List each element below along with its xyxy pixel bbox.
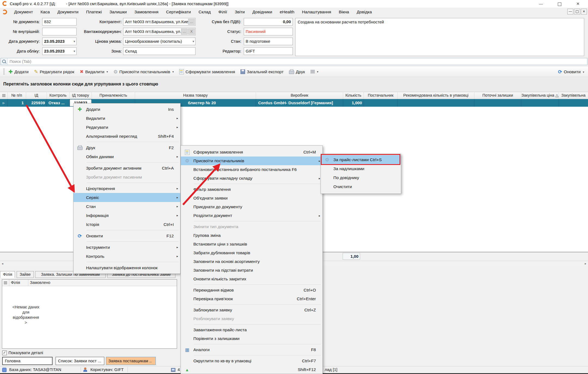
menu-item-make-active[interactable]: Зробити документ активнимCtrl+A: [74, 164, 180, 173]
search-input[interactable]: Поиск (Tab): [1, 58, 587, 65]
cell-num[interactable]: 1: [8, 99, 26, 107]
column-header-control[interactable]: Контроль: [47, 92, 69, 99]
cell-supplier[interactable]: [364, 99, 398, 107]
scroll-left-icon[interactable]: ◂: [0, 261, 5, 266]
group-by-panel[interactable]: Перетягніть заголовок колонки сюди для у…: [0, 77, 588, 92]
cell-control[interactable]: Отказ ...: [47, 99, 69, 107]
menu-item-alt-view[interactable]: Альтернативний переглядShift+F4: [74, 132, 180, 141]
menu-item-istoriia[interactable]: ІсторіяCtrl+I: [74, 220, 180, 229]
submenu-item-form-warehouse-invoice[interactable]: Сформувати накладну складу▸: [181, 174, 322, 183]
sum-input[interactable]: 0,00: [244, 18, 293, 26]
submenu-item-fill-by-assortment[interactable]: Заповнити на основі асортименту: [181, 257, 322, 266]
refresh-button[interactable]: ⟳Оновити▾: [558, 67, 584, 77]
column-header-product-id[interactable]: ІД товару: [69, 92, 92, 99]
delete-button[interactable]: ✖Видалити▾: [80, 69, 108, 74]
menu-zalyshky[interactable]: Залишки: [106, 10, 131, 14]
submenu-item-by-directory[interactable]: По довіднику: [321, 173, 401, 182]
doc-number-input[interactable]: 832: [42, 18, 77, 26]
menu-item-servis[interactable]: Сервіс▸: [74, 193, 180, 202]
submenu-item-load-pricelist[interactable]: Завантаження прайс-листа: [181, 326, 322, 334]
menu-item-stan[interactable]: Стан▸: [74, 202, 180, 211]
minimize-button[interactable]: —: [532, 0, 549, 8]
nav-button-holovna[interactable]: Головна: [2, 357, 53, 365]
account-date-input[interactable]: 23.05.2023▾: [42, 47, 77, 55]
detail-column-zamovleno[interactable]: Замовлено: [28, 280, 64, 286]
cell-id[interactable]: 225939: [26, 99, 47, 107]
clear-button[interactable]: X: [188, 29, 195, 35]
menu-vikna[interactable]: Вікна: [335, 10, 353, 14]
column-header-purchase[interactable]: Закупівельна: [559, 92, 588, 99]
maximize-button[interactable]: [551, 0, 568, 8]
menu-item-instrumenty[interactable]: Інструменти▸: [74, 243, 180, 252]
submenu-item-check-bindings[interactable]: Перевірка прив'язокCtrl+Enter: [181, 295, 322, 303]
scroll-right-icon[interactable]: ▸: [583, 261, 588, 266]
menu-item-vydalyty[interactable]: Видалити▸: [74, 114, 180, 123]
submenu-item-fill-by-expense[interactable]: Заповнити на підставі витрати: [181, 266, 322, 275]
submenu-item-set-last-supplier[interactable]: Встановити останнього вибраного постачал…: [181, 165, 322, 174]
ellipsis-button[interactable]: …: [188, 19, 195, 25]
submenu-item-remove-duplicates[interactable]: Забрати дублювання товарів: [181, 249, 322, 257]
submenu-item-order-filter[interactable]: Фільтр замовлення: [181, 185, 322, 194]
menu-item-tsinoutvorennia[interactable]: Ціноутворення▸: [74, 184, 180, 193]
form-order-button[interactable]: Сформувати замовлення: [179, 69, 235, 74]
column-header-recommended-qty[interactable]: Рекомендована кількість в упаковці: [398, 92, 474, 99]
menu-item-druk[interactable]: ДрукF2: [74, 143, 180, 152]
column-header-supplier[interactable]: Постачальник: [364, 92, 398, 99]
submenu-item-lock-request[interactable]: Заблокувати заявкуCtrl+Z: [181, 306, 322, 314]
menu-nalashtuvannia[interactable]: Налаштування: [298, 10, 335, 14]
layout-list-button[interactable]: ▾: [310, 70, 318, 73]
internal-number-input[interactable]: [42, 28, 77, 35]
column-header-qty[interactable]: Кількість: [343, 92, 364, 99]
edit-row-button[interactable]: ✎Редагувати рядок: [34, 69, 74, 74]
nav-button-zayavka[interactable]: Заявка поставщикам ..: [106, 357, 156, 365]
menu-sertyfikaty[interactable]: Сертифікати: [162, 10, 195, 14]
column-header-affiliation[interactable]: Приналежність: [92, 92, 135, 99]
submenu-item-transfer-refusals[interactable]: Перекидання відмовCtrl+O: [181, 286, 322, 295]
tab-filiya[interactable]: Філія: [0, 271, 15, 278]
submenu-item-compare-with-stock[interactable]: Порівняти з залишками: [181, 334, 322, 343]
ellipsis-button[interactable]: …: [181, 29, 188, 35]
submenu-item-attach-to-document[interactable]: Приєднати до документу: [181, 203, 322, 211]
add-button[interactable]: ✚Додати: [8, 69, 29, 74]
submenu-item-split-document[interactable]: Розділити документ▸: [181, 211, 322, 220]
menu-dovidnyky[interactable]: Довідники: [249, 10, 276, 14]
detail-column-filiya[interactable]: Філія: [9, 280, 28, 286]
submenu-item-group-change[interactable]: Групова зміна: [181, 231, 322, 240]
submenu-item-set-prices-from-stock[interactable]: Встановити ціни з залишків: [181, 240, 322, 249]
menu-item-onovyty[interactable]: ⟳ОновитиF12: [74, 231, 180, 240]
doc-date-input[interactable]: 23.05.2023▾: [42, 38, 77, 45]
cell-purchase[interactable]: [559, 99, 588, 107]
chevron-down-icon[interactable]: ▾: [74, 38, 75, 45]
menu-item-redahuvaty[interactable]: Редагувати▸: [74, 123, 180, 132]
menu-item-obmin-danymy[interactable]: Обмін даними▸: [74, 152, 180, 161]
assign-suppliers-button[interactable]: ⚙Присвоїти постачальників▾: [113, 69, 174, 74]
detail-selector-header[interactable]: [2, 280, 9, 286]
zone-input[interactable]: Склад: [123, 47, 196, 55]
comment-memo[interactable]: Создана на основании расчета потребносте…: [295, 18, 584, 56]
price-condition-select[interactable]: Ценообразование (госпиталь)▾: [123, 38, 196, 45]
submenu-item-round-by-pack[interactable]: Округлити по кв-ву в упаковціCtrl+F7: [181, 357, 322, 365]
column-header-name[interactable]: Назва товару: [135, 92, 256, 99]
menu-filii[interactable]: Філії: [215, 10, 231, 14]
chevron-down-icon[interactable]: ▾: [74, 48, 75, 55]
menu-zvity[interactable]: Звіти: [231, 10, 249, 14]
row-selector-header[interactable]: [0, 92, 8, 99]
close-button[interactable]: ✕: [569, 0, 586, 8]
menu-kasa[interactable]: Каса: [37, 10, 54, 14]
contractor-input[interactable]: Апт №003 пгт.Барышевка, ул.Киев…: [123, 18, 196, 26]
toolbar-grip[interactable]: [3, 69, 5, 75]
menu-item-informatsiia[interactable]: Інформація▸: [74, 211, 180, 220]
menu-dokument[interactable]: Документ: [10, 10, 37, 14]
submenu-item-update-closed-qty[interactable]: Оновити кількість закритих: [181, 275, 322, 283]
cell-current-stock[interactable]: [474, 99, 521, 107]
menu-ehealth[interactable]: eHealth: [276, 10, 298, 14]
cell-manufacturer[interactable]: Cordus GmbH- Dusseldorf [Германия]: [256, 99, 343, 107]
print-button[interactable]: Друк: [289, 69, 305, 74]
submenu-item-assign-suppliers[interactable]: ⚙Присвоїти постачальників▸: [181, 157, 322, 165]
show-details-checkbox[interactable]: ✓: [2, 351, 7, 355]
submenu-item-form-order[interactable]: Сформувати замовленняCtrl+M: [181, 148, 322, 157]
column-header-purchase-price[interactable]: Закупівельна ціна △: [521, 92, 559, 99]
mdi-minimize-button[interactable]: —: [567, 9, 573, 14]
column-header-current-stock[interactable]: Поточні залишки: [474, 92, 521, 99]
menu-item-dodaty[interactable]: ✚ДодатиIns: [74, 105, 180, 114]
